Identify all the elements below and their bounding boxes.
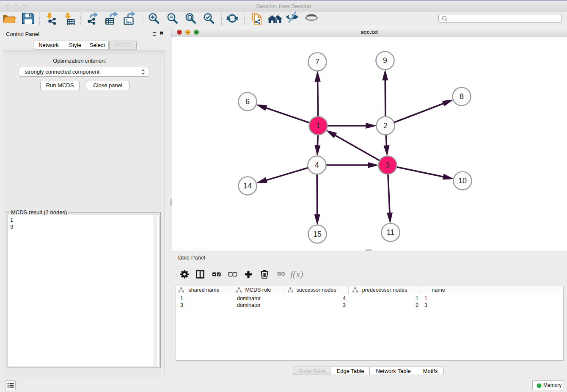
svg-text:7: 7 xyxy=(315,58,319,66)
svg-text:4: 4 xyxy=(315,161,319,169)
svg-text:10: 10 xyxy=(458,177,467,185)
svg-text:6: 6 xyxy=(245,97,250,106)
svg-text:11: 11 xyxy=(387,228,395,237)
svg-text:2: 2 xyxy=(383,121,388,130)
svg-text:14: 14 xyxy=(243,182,252,190)
svg-text:f(x): f(x) xyxy=(290,269,303,279)
svg-text:3: 3 xyxy=(385,161,390,169)
svg-text:9: 9 xyxy=(383,56,387,65)
svg-text:1: 1 xyxy=(316,121,320,130)
svg-text:8: 8 xyxy=(460,92,464,101)
svg-text:15: 15 xyxy=(313,230,322,238)
